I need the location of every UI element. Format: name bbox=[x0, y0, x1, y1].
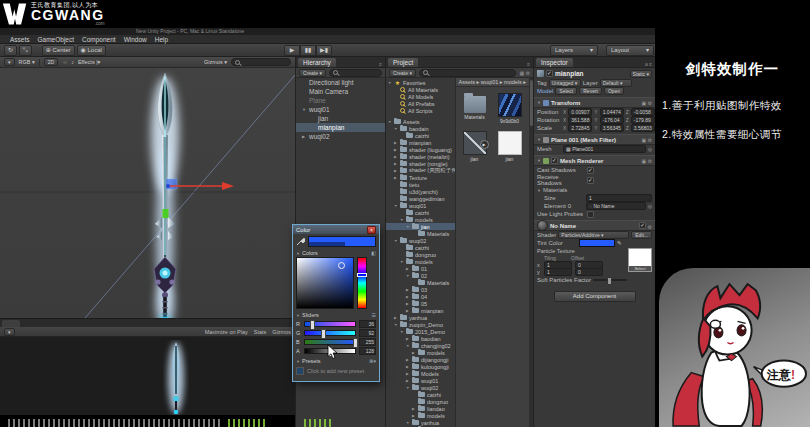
mesh-renderer-enabled-checkbox[interactable] bbox=[551, 157, 558, 164]
tab-inspector[interactable]: Inspector bbox=[536, 58, 573, 67]
project-tree-item-u3d(yanchi)[interactable]: u3d(yanchi) bbox=[386, 188, 455, 195]
slider-mode-icon[interactable]: ☰ bbox=[372, 312, 376, 318]
audio-toggle-icon[interactable]: ♪ bbox=[71, 59, 74, 65]
project-tree-item-mianpian[interactable]: ▶mianpian bbox=[386, 139, 455, 146]
pause-button[interactable]: ▮▮ bbox=[300, 45, 316, 56]
shader-edit-button[interactable]: Edit... bbox=[631, 231, 652, 239]
play-button[interactable]: ▶ bbox=[284, 45, 300, 56]
menu-window[interactable]: Window bbox=[124, 36, 147, 43]
transform-scale-y[interactable]: 3.56345 bbox=[600, 124, 624, 132]
project-tree-item-dongzuo[interactable]: dongzuo bbox=[386, 398, 455, 405]
mesh-renderer-component-header[interactable]: ▼ Mesh Renderer▣ ⚙ bbox=[534, 155, 655, 166]
tiling-y-field[interactable]: 1 bbox=[544, 268, 572, 276]
project-tree-item-Favorites[interactable]: ▼Favorites bbox=[386, 79, 455, 86]
project-tree-item-All Materials[interactable]: All Materials bbox=[386, 86, 455, 93]
transform-rotation-x[interactable]: 361.588 bbox=[568, 116, 592, 124]
scene-search-input[interactable] bbox=[231, 58, 291, 66]
hierarchy-item-Main Camera[interactable]: Main Camera bbox=[296, 87, 385, 96]
project-tree-item-Assets[interactable]: ▼Assets bbox=[386, 118, 455, 125]
saturation-value-box[interactable] bbox=[296, 257, 354, 309]
project-tree-item-02[interactable]: ▼02 bbox=[386, 272, 455, 279]
project-tree-item-wanggedimian[interactable]: wanggedimian bbox=[386, 195, 455, 202]
aspect-dropdown[interactable]: ▾ bbox=[4, 328, 15, 336]
gear-icon[interactable]: ▣ ⚙ bbox=[641, 137, 652, 143]
step-button[interactable]: ▶▮ bbox=[316, 45, 332, 56]
project-tree-item-wuqi01[interactable]: ▶wuqi01 bbox=[386, 377, 455, 384]
layer-dropdown[interactable]: Default ▾ bbox=[600, 79, 632, 87]
transform-rotation-z[interactable]: -179.89 bbox=[631, 116, 655, 124]
project-tree-item-caizhi[interactable]: caizhi bbox=[386, 244, 455, 251]
project-search-input[interactable] bbox=[419, 69, 516, 77]
tint-color-swatch[interactable] bbox=[579, 239, 615, 247]
project-tree-item-03[interactable]: ▶03 bbox=[386, 286, 455, 293]
project-tree-item-2015_Demo[interactable]: ▼2015_Demo bbox=[386, 328, 455, 335]
tag-dropdown[interactable]: Untagged ▾ bbox=[549, 79, 581, 87]
project-tree-item-dongzuo[interactable]: dongzuo bbox=[386, 251, 455, 258]
rotate-tool-button[interactable]: ↻ bbox=[4, 45, 17, 56]
transform-position-z[interactable]: -0.0058 bbox=[631, 108, 655, 116]
color-mode-icon[interactable]: ◧ bbox=[371, 250, 376, 256]
tab-hierarchy[interactable]: Hierarchy bbox=[298, 58, 336, 67]
project-tree-item-mianpian[interactable]: ▶mianpian bbox=[386, 307, 455, 314]
shader-dropdown[interactable]: Particles/Additive ▾ bbox=[558, 231, 629, 239]
project-tree-item-All Prefabs[interactable]: All Prefabs bbox=[386, 100, 455, 107]
panel-options-icon[interactable]: a ≡ bbox=[645, 61, 655, 67]
game-gizmos-dropdown[interactable]: Gizmos bbox=[272, 329, 291, 335]
project-tree-item-baodian[interactable]: ▶baodian bbox=[386, 335, 455, 342]
scale-tool-button[interactable]: ⤡ bbox=[19, 45, 32, 56]
color-slider-R[interactable]: R36 bbox=[293, 319, 379, 328]
mesh-filter-component-header[interactable]: ▼ Plane 001 (Mesh Filter)▣ ⚙ bbox=[534, 134, 655, 145]
cast-shadows-checkbox[interactable] bbox=[587, 167, 594, 174]
active-checkbox[interactable] bbox=[546, 70, 553, 77]
gear-icon[interactable]: ▣ ⚙ bbox=[641, 158, 652, 164]
effects-dropdown[interactable]: Effects |▾ bbox=[78, 59, 100, 65]
project-tree-item-models[interactable]: ▼models bbox=[386, 258, 455, 265]
receive-shadows-checkbox[interactable] bbox=[587, 177, 594, 184]
gear-icon[interactable]: ▣ ⚙ bbox=[641, 100, 652, 106]
sword-model[interactable] bbox=[151, 73, 179, 318]
lighting-toggle-icon[interactable]: ☼ bbox=[62, 59, 67, 65]
project-tree-item-zuopin_Demo[interactable]: ▼zuopin_Demo bbox=[386, 321, 455, 328]
hue-bar[interactable] bbox=[357, 257, 367, 309]
material-header[interactable]: No Name ⚙ bbox=[534, 220, 655, 231]
hierarchy-item-wuqi01[interactable]: ▼wuqi01 bbox=[296, 105, 385, 114]
pivot-center-button[interactable]: ⊕ Center bbox=[42, 45, 75, 56]
add-component-button[interactable]: Add Component bbox=[554, 291, 636, 302]
project-tree-item-yanhua[interactable]: ▼yanhua bbox=[386, 419, 455, 426]
close-icon[interactable]: × bbox=[367, 226, 376, 234]
project-tree-item-dijiangongji[interactable]: ▶dijiangongji bbox=[386, 356, 455, 363]
gizmo-y-handle[interactable] bbox=[163, 209, 169, 218]
hierarchy-item-Plane[interactable]: Plane bbox=[296, 96, 385, 105]
breadcrumb[interactable]: Assets ▸ wuqi01 ▸ models ▸ bbox=[456, 78, 530, 87]
soft-particles-slider[interactable] bbox=[593, 279, 627, 281]
draw-mode-dropdown[interactable]: ▾ bbox=[4, 58, 15, 66]
project-tree-item-05[interactable]: ▶05 bbox=[386, 300, 455, 307]
project-tree-item-caizhi[interactable]: caizhi bbox=[386, 132, 455, 139]
color-slider-G[interactable]: G92 bbox=[293, 328, 379, 337]
menu-gameobject[interactable]: GameObject bbox=[38, 36, 75, 43]
preset-swatch[interactable] bbox=[296, 367, 304, 375]
project-tree-item-wuqi02[interactable]: ▼wuqi02 bbox=[386, 384, 455, 391]
eyedropper-icon[interactable] bbox=[296, 237, 305, 246]
project-tree-item-caizhi[interactable]: caizhi bbox=[386, 391, 455, 398]
project-tree-item-models[interactable]: ▼models bbox=[386, 216, 455, 223]
object-picker-icon[interactable]: ◎ bbox=[648, 203, 652, 209]
materials-size-field[interactable]: 1 bbox=[586, 194, 652, 202]
texture-select-button[interactable]: Select bbox=[629, 266, 651, 271]
project-tree-item-Materials[interactable]: Materials bbox=[386, 230, 455, 237]
hierarchy-item-wuqi02[interactable]: ▶wuqi02 bbox=[296, 132, 385, 141]
project-tree-item-All Scripts[interactable]: All Scripts bbox=[386, 107, 455, 114]
color-picker-titlebar[interactable]: Color × bbox=[293, 225, 379, 234]
gizmo-x-axis-arrow[interactable] bbox=[222, 182, 234, 190]
asset-jian[interactable]: ▶jian bbox=[461, 131, 489, 162]
project-create-dropdown[interactable]: Create ▾ bbox=[389, 69, 416, 77]
asset-Materials[interactable]: Materials bbox=[461, 93, 489, 124]
transform-component-header[interactable]: ▼ Transform▣ ⚙ bbox=[534, 97, 655, 108]
game-viewport[interactable] bbox=[0, 337, 295, 415]
project-view-icons[interactable]: ▦ ⚙ bbox=[519, 70, 530, 76]
static-dropdown[interactable]: Static ▾ bbox=[630, 70, 652, 78]
hierarchy-item-mianpian[interactable]: mianpian bbox=[296, 123, 385, 132]
project-tree-item-Models[interactable]: ▶Models bbox=[386, 370, 455, 377]
layers-dropdown[interactable]: Layers▾ bbox=[550, 45, 598, 56]
project-tree-item-baodain[interactable]: ▼baodain bbox=[386, 125, 455, 132]
